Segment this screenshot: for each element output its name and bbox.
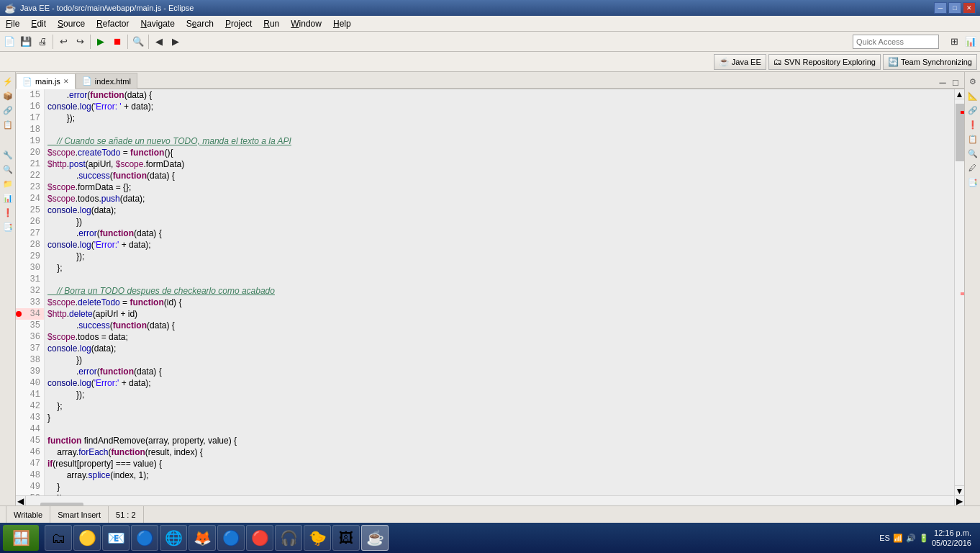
code-line-21[interactable]: $http.post(apiUrl, $scope.formData): [45, 158, 954, 170]
code-line-25[interactable]: console.log(data);: [45, 204, 954, 216]
code-line-35[interactable]: .success(function(data) {: [45, 320, 954, 331]
quick-access-input[interactable]: [853, 35, 939, 49]
taskbar-app-8[interactable]: 🔴: [246, 525, 273, 551]
taskbar-explorer[interactable]: 🗂: [45, 525, 72, 551]
right-sidebar-btn-4[interactable]: ❗: [966, 118, 979, 131]
menu-refactor[interactable]: Refactor: [91, 16, 135, 31]
sidebar-btn-7[interactable]: 📁: [1, 177, 14, 190]
perspective-team[interactable]: 🔄 Team Synchronizing: [883, 54, 977, 70]
taskbar-eclipse[interactable]: ☕: [361, 525, 389, 551]
code-line-33[interactable]: $scope.deleteTodo = function(id) {: [45, 297, 954, 308]
code-line-42[interactable]: };: [45, 400, 954, 412]
code-line-41[interactable]: });: [45, 389, 954, 400]
editor-minimize-btn[interactable]: ─: [937, 76, 948, 88]
code-content[interactable]: .error(function(data) { console.log('Err…: [45, 89, 954, 495]
code-line-40[interactable]: console.log('Error:' + data);: [45, 377, 954, 389]
code-line-45[interactable]: function findAndRemove(array, property, …: [45, 435, 954, 446]
code-line-22[interactable]: .success(function(data) {: [45, 170, 954, 181]
right-sidebar-btn-7[interactable]: 🖊: [966, 161, 979, 174]
new-button[interactable]: 📄: [1, 34, 17, 50]
menu-file[interactable]: File: [0, 16, 25, 31]
code-line-32[interactable]: // Borra un TODO despues de checkearlo c…: [45, 285, 954, 297]
editor-maximize-btn[interactable]: □: [950, 76, 961, 88]
menu-window[interactable]: Window: [285, 16, 327, 31]
code-line-48[interactable]: array.splice(index, 1);: [45, 469, 954, 481]
perspective-svn[interactable]: 🗂 SVN Repository Exploring: [768, 54, 881, 70]
scroll-left-btn[interactable]: ◀: [16, 496, 26, 506]
perspective-javaee[interactable]: ☕ Java EE: [714, 54, 766, 70]
sidebar-btn-2[interactable]: 📦: [1, 89, 14, 102]
right-sidebar-btn-5[interactable]: 📋: [966, 132, 979, 145]
code-line-46[interactable]: array.forEach(function(result, index) {: [45, 446, 954, 458]
code-line-23[interactable]: $scope.formData = {};: [45, 181, 954, 193]
start-button[interactable]: 🪟: [3, 525, 39, 551]
close-button[interactable]: ✕: [963, 2, 976, 14]
menu-source[interactable]: Source: [52, 16, 91, 31]
code-line-20[interactable]: $scope.createTodo = function(){: [45, 147, 954, 158]
taskbar-app-5[interactable]: 🌐: [160, 525, 187, 551]
code-line-36[interactable]: $scope.todos = data;: [45, 331, 954, 343]
code-line-39[interactable]: .error(function(data) {: [45, 366, 954, 377]
save-button[interactable]: 💾: [18, 34, 34, 50]
menu-search[interactable]: Search: [181, 16, 219, 31]
taskbar-app-2[interactable]: 🟡: [73, 525, 101, 551]
code-line-19[interactable]: // Cuando se añade un nuevo TODO, manda …: [45, 135, 954, 147]
tab-mainjs-close[interactable]: ✕: [63, 78, 69, 85]
sidebar-btn-5[interactable]: 🔧: [1, 148, 14, 161]
stop-button[interactable]: ⏹: [109, 34, 125, 50]
undo-button[interactable]: ↩: [55, 34, 71, 50]
code-line-16[interactable]: console.log('Error: ' + data);: [45, 101, 954, 112]
code-line-37[interactable]: console.log(data);: [45, 343, 954, 354]
minimize-button[interactable]: ─: [934, 2, 947, 14]
right-sidebar-btn-8[interactable]: 📑: [966, 176, 979, 189]
h-scroll-thumb[interactable]: [40, 503, 83, 506]
sidebar-btn-8[interactable]: 📊: [1, 192, 14, 204]
code-line-15[interactable]: .error(function(data) {: [45, 89, 954, 101]
menu-help[interactable]: Help: [327, 16, 357, 31]
scroll-right-btn[interactable]: ▶: [954, 496, 964, 506]
icon-btn-1[interactable]: 📊: [963, 34, 979, 50]
taskbar-app-3[interactable]: 📧: [102, 525, 130, 551]
scroll-down-btn[interactable]: ▼: [955, 485, 964, 495]
code-line-17[interactable]: });: [45, 112, 954, 124]
code-line-24[interactable]: $scope.todos.push(data);: [45, 193, 954, 204]
vertical-scrollbar[interactable]: ▲ ▼: [954, 89, 964, 495]
taskbar-app-9[interactable]: 🎧: [275, 525, 302, 551]
sidebar-btn-4[interactable]: 📋: [1, 118, 14, 131]
code-line-43[interactable]: }: [45, 412, 954, 423]
sidebar-btn-10[interactable]: 📑: [1, 220, 14, 233]
taskbar-firefox[interactable]: 🦊: [189, 525, 216, 551]
code-line-31[interactable]: [45, 274, 954, 285]
search-button[interactable]: 🔍: [130, 34, 146, 50]
code-line-27[interactable]: .error(function(data) {: [45, 228, 954, 239]
sidebar-btn-6[interactable]: 🔍: [1, 163, 14, 176]
code-line-29[interactable]: });: [45, 251, 954, 262]
redo-button[interactable]: ↪: [72, 34, 88, 50]
sidebar-btn-3[interactable]: 🔗: [1, 104, 14, 117]
code-line-18[interactable]: [45, 124, 954, 135]
tab-mainjs[interactable]: 📄 main.js ✕: [16, 73, 76, 89]
code-line-38[interactable]: }): [45, 354, 954, 366]
back-button[interactable]: ◀: [151, 34, 167, 50]
debug-button[interactable]: ▶: [93, 34, 109, 50]
taskbar-app-10[interactable]: 🐤: [304, 525, 331, 551]
right-sidebar-btn-3[interactable]: 🔗: [966, 104, 979, 117]
right-sidebar-btn-2[interactable]: 📐: [966, 89, 979, 102]
forward-button[interactable]: ▶: [168, 34, 183, 50]
sidebar-btn-9[interactable]: ❗: [1, 206, 14, 219]
tab-indexhtml[interactable]: 📄 index.html: [76, 73, 137, 89]
code-line-47[interactable]: if(result[property] === value) {: [45, 458, 954, 469]
menu-navigate[interactable]: Navigate: [135, 16, 180, 31]
right-sidebar-btn-6[interactable]: 🔍: [966, 147, 979, 160]
right-sidebar-btn-1[interactable]: ⚙: [966, 75, 979, 88]
code-line-34[interactable]: $http.delete(apiUrl + id): [45, 308, 954, 320]
code-line-30[interactable]: };: [45, 262, 954, 274]
scroll-up-btn[interactable]: ▲: [955, 89, 964, 99]
horizontal-scrollbar[interactable]: ◀ ▶: [16, 495, 964, 505]
code-line-49[interactable]: }: [45, 481, 954, 493]
maximize-button[interactable]: □: [948, 2, 961, 14]
taskbar-app-7[interactable]: 🔵: [217, 525, 245, 551]
menu-run[interactable]: Run: [258, 16, 285, 31]
code-line-26[interactable]: }): [45, 216, 954, 228]
code-line-44[interactable]: [45, 423, 954, 435]
